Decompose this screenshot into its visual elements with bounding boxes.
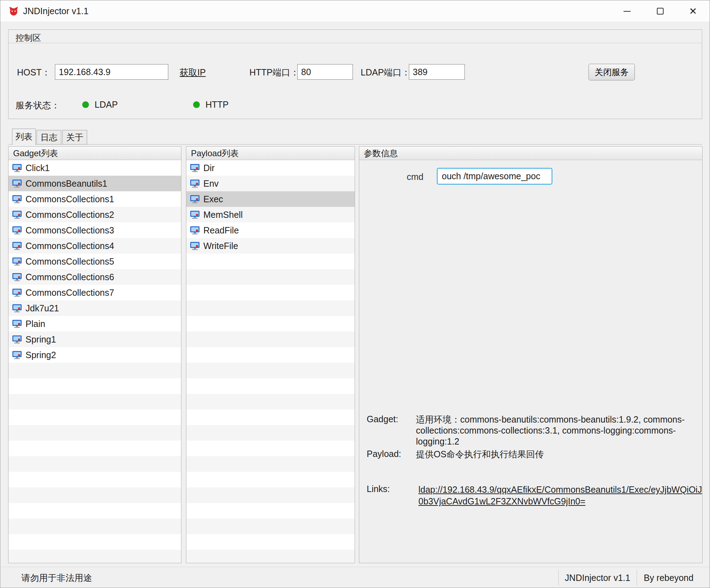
list-item-label: CommonsCollections7: [26, 288, 114, 298]
empty-row: [186, 254, 355, 269]
list-item-spring1[interactable]: Spring1: [9, 332, 181, 347]
computer-icon: [12, 304, 22, 313]
host-label: HOST：: [17, 67, 50, 78]
statusbar-warning: 请勿用于非法用途: [21, 567, 92, 588]
empty-row: [9, 363, 181, 378]
control-group: 控制区 HOST： 获取IP HTTP端口： LDAP端口： 关闭服务 服务状态…: [8, 29, 702, 119]
close-button[interactable]: ✕: [680, 0, 706, 22]
list-item-commonscollections7[interactable]: CommonsCollections7: [9, 285, 181, 300]
empty-row: [186, 456, 355, 472]
empty-row: [186, 550, 355, 563]
title-bar: JNDInjector v1.1 ✕: [0, 0, 710, 22]
list-item-label: CommonsCollections1: [26, 194, 114, 204]
ldap-status-dot: [82, 101, 89, 108]
payload-panel: Payload列表 DirEnvExecMemShellReadFileWrit…: [186, 146, 355, 563]
empty-row: [186, 519, 355, 534]
list-item-label: CommonsBeanutils1: [26, 179, 107, 189]
statusbar-separator: [637, 570, 637, 586]
ldap-port-input[interactable]: [409, 64, 465, 80]
get-ip-link[interactable]: 获取IP: [180, 67, 206, 78]
payload-desc-label: Payload:: [367, 449, 401, 459]
list-item-env[interactable]: Env: [186, 176, 355, 191]
maximize-button[interactable]: [647, 0, 673, 22]
empty-row: [186, 316, 355, 332]
list-item-label: Plain: [26, 319, 45, 329]
computer-icon: [12, 351, 22, 360]
http-port-input[interactable]: [297, 64, 353, 80]
statusbar-author: By rebeyond: [644, 567, 693, 588]
computer-icon: [12, 335, 22, 344]
list-item-label: CommonsCollections5: [26, 256, 114, 267]
list-item-commonsbeanutils1[interactable]: CommonsBeanutils1: [9, 176, 181, 191]
empty-row: [9, 519, 181, 534]
empty-row: [186, 487, 355, 503]
list-item-commonscollections4[interactable]: CommonsCollections4: [9, 238, 181, 254]
list-item-plain[interactable]: Plain: [9, 316, 181, 332]
computer-icon: [190, 242, 200, 250]
empty-row: [186, 503, 355, 519]
list-item-memshell[interactable]: MemShell: [186, 207, 355, 222]
list-item-label: WriteFile: [203, 241, 238, 251]
list-item-label: ReadFile: [203, 225, 239, 236]
gadget-desc-label: Gadget:: [367, 414, 398, 424]
service-status-label: 服务状态：: [16, 100, 60, 111]
host-input[interactable]: [55, 64, 168, 80]
list-item-jdk7u21[interactable]: Jdk7u21: [9, 300, 181, 316]
list-item-commonscollections5[interactable]: CommonsCollections5: [9, 254, 181, 269]
computer-icon: [190, 210, 200, 219]
empty-row: [186, 363, 355, 378]
empty-row: [186, 269, 355, 285]
computer-icon: [190, 164, 200, 173]
empty-row: [186, 347, 355, 363]
list-item-readfile[interactable]: ReadFile: [186, 222, 355, 238]
minimize-button[interactable]: [614, 0, 640, 22]
computer-icon: [190, 195, 200, 204]
empty-row: [9, 425, 181, 441]
statusbar-version: JNDInjector v1.1: [558, 567, 637, 588]
list-item-writefile[interactable]: WriteFile: [186, 238, 355, 254]
computer-icon: [12, 320, 22, 328]
empty-row: [9, 394, 181, 409]
list-item-label: Env: [203, 179, 219, 189]
list-item-commonscollections1[interactable]: CommonsCollections1: [9, 191, 181, 207]
tab-about[interactable]: 关于: [62, 130, 87, 145]
empty-row: [9, 378, 181, 394]
list-item-label: CommonsCollections2: [26, 210, 114, 220]
tab-list[interactable]: 列表: [12, 129, 36, 145]
empty-row: [186, 472, 355, 487]
computer-icon: [12, 257, 22, 266]
list-item-label: CommonsCollections3: [26, 225, 114, 236]
param-panel-title: 参数信息: [359, 147, 702, 160]
gadget-panel-title: Gadget列表: [9, 147, 181, 160]
empty-row: [186, 394, 355, 409]
list-item-exec[interactable]: Exec: [186, 191, 355, 207]
stop-service-button[interactable]: 关闭服务: [588, 64, 635, 80]
list-item-commonscollections6[interactable]: CommonsCollections6: [9, 269, 181, 285]
list-item-dir[interactable]: Dir: [186, 160, 355, 176]
tab-log[interactable]: 日志: [36, 130, 61, 145]
payload-desc: 提供OS命令执行和执行结果回传: [416, 449, 701, 460]
list-item-spring2[interactable]: Spring2: [9, 347, 181, 363]
empty-row: [9, 441, 181, 456]
computer-icon: [12, 242, 22, 250]
window-title: JNDInjector v1.1: [23, 0, 89, 22]
ldap-link[interactable]: ldap://192.168.43.9/qqxAEfikxE/CommonsBe…: [418, 484, 703, 507]
payload-list: DirEnvExecMemShellReadFileWriteFile: [186, 160, 355, 563]
http-port-label: HTTP端口：: [249, 67, 299, 78]
app-window: JNDInjector v1.1 ✕ 控制区 HOST： 获取IP HTTP端口…: [0, 0, 710, 588]
status-bar: 请勿用于非法用途 JNDInjector v1.1 By rebeyond: [0, 567, 710, 588]
list-item-label: Spring1: [26, 334, 56, 345]
tab-strip-baseline: [8, 144, 702, 145]
cmd-label: cmd: [407, 172, 423, 182]
list-item-click1[interactable]: Click1: [9, 160, 181, 176]
computer-icon: [12, 288, 22, 297]
list-item-commonscollections3[interactable]: CommonsCollections3: [9, 222, 181, 238]
empty-row: [186, 534, 355, 550]
empty-row: [9, 487, 181, 503]
ldap-port-label: LDAP端口：: [361, 67, 410, 78]
computer-icon: [12, 195, 22, 204]
computer-icon: [190, 179, 200, 188]
cmd-input[interactable]: [437, 168, 552, 185]
list-item-commonscollections2[interactable]: CommonsCollections2: [9, 207, 181, 222]
list-item-label: Jdk7u21: [26, 303, 59, 313]
